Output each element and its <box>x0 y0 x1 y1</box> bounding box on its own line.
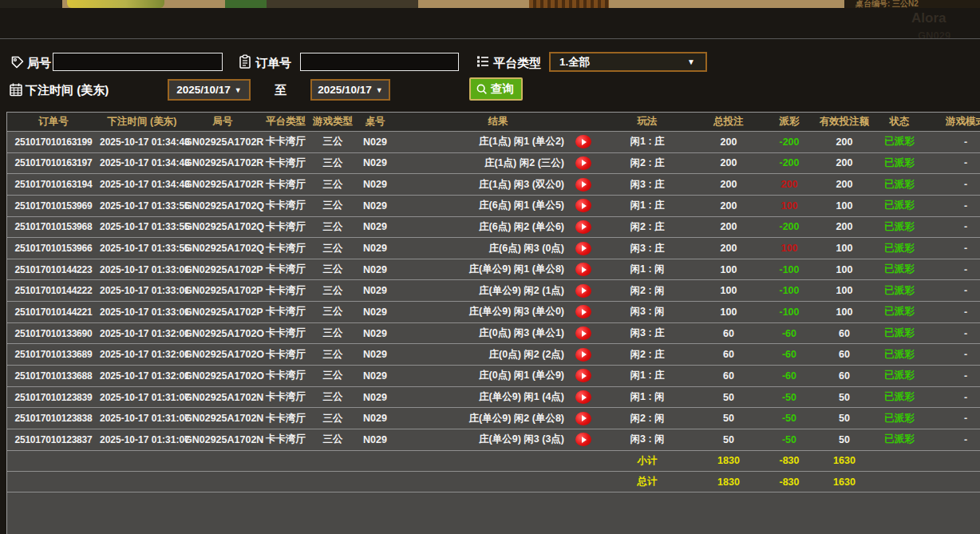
play-replay-button[interactable] <box>575 284 591 298</box>
cell-payout: -60 <box>764 370 815 382</box>
platform-type-select[interactable]: 1.全部 ▼ <box>549 52 707 72</box>
total-bet: 1830 <box>694 477 764 488</box>
date-to-picker[interactable]: 2025/10/17 ▼ <box>310 79 390 101</box>
column-header-platform: 平台类型 <box>261 115 310 129</box>
table-header-row: 订单号 下注时间 (美东) 局号 平台类型 游戏类型 桌号 结果 玩法 总投注 … <box>7 113 980 131</box>
play-replay-button[interactable] <box>575 135 591 148</box>
date-from-picker[interactable]: 2025/10/17 ▼ <box>168 79 251 101</box>
column-header-total-bet: 总投注 <box>694 115 764 129</box>
cell-round-id: GN02925A1702P <box>184 307 261 318</box>
play-replay-button[interactable] <box>575 263 591 276</box>
result-text: 庄(0点) 闲1 (单公9) <box>479 369 564 382</box>
play-replay-button[interactable] <box>575 178 591 192</box>
platform-type-value: 1.全部 <box>551 55 687 69</box>
cell-payout: -50 <box>764 392 815 403</box>
cell-playtype: 闲1 : 闲 <box>601 390 694 404</box>
cell-round-id: GN02925A1702Q <box>184 243 261 254</box>
play-icon <box>582 437 587 443</box>
subtotal-payout: -830 <box>764 455 815 466</box>
cell-round-id: GN02925A1702P <box>184 285 261 296</box>
search-button[interactable]: 查询 <box>469 77 523 101</box>
cell-game-mode: - <box>925 157 980 168</box>
table-row: 251017010153966 2025-10-17 01:33:55 GN02… <box>7 237 980 259</box>
cell-bet-time: 2025-10-17 01:33:01 <box>100 285 184 296</box>
cell-order-id: 251017010153969 <box>7 200 100 212</box>
column-header-table: 桌号 <box>355 115 395 129</box>
cell-order-id: 251017010133688 <box>7 370 100 382</box>
play-replay-button[interactable] <box>575 326 591 340</box>
cell-order-id: 251017010153968 <box>7 221 100 232</box>
cell-result: 庄(单公9) 闲3 (3点) <box>395 433 601 446</box>
play-replay-button[interactable] <box>575 199 591 212</box>
play-replay-button[interactable] <box>575 156 591 170</box>
subtotal-row: 小计 1830 -830 1630 <box>7 450 980 472</box>
cell-playtype: 闲1 : 庄 <box>601 199 694 212</box>
play-replay-button[interactable] <box>575 369 591 382</box>
cell-round-id: GN02925A1702R <box>184 179 261 190</box>
order-number-input[interactable] <box>300 53 459 71</box>
play-icon <box>582 223 587 230</box>
cell-result: 庄(6点) 闲1 (单公5) <box>395 199 601 212</box>
cell-valid-bet: 200 <box>815 157 874 168</box>
cell-total-bet: 60 <box>694 370 764 382</box>
play-replay-button[interactable] <box>575 390 591 404</box>
cell-game-type: 三公 <box>310 369 355 382</box>
cell-result: 庄(单公9) 闲3 (单公0) <box>395 305 601 318</box>
cell-status: 已派彩 <box>874 326 925 340</box>
cell-bet-time: 2025-10-17 01:33:55 <box>100 243 184 254</box>
cell-result: 庄(6点) 闲3 (0点) <box>395 242 601 255</box>
cell-payout: -50 <box>764 413 815 424</box>
cell-bet-time: 2025-10-17 01:32:01 <box>100 328 184 339</box>
cell-platform: 卡卡湾厅 <box>261 390 310 404</box>
cell-game-mode: - <box>925 200 980 212</box>
cell-round-id: GN02925A1702Q <box>184 200 261 212</box>
cell-result: 庄(单公9) 闲2 (单公8) <box>395 412 601 425</box>
total-row: 总计 1830 -830 1630 <box>7 471 980 492</box>
cell-status: 已派彩 <box>874 433 925 446</box>
cell-bet-time: 2025-10-17 01:32:01 <box>100 349 184 360</box>
cell-bet-time: 2025-10-17 01:33:55 <box>100 221 184 232</box>
round-number-input[interactable] <box>53 53 223 71</box>
table-row: 251017010133690 2025-10-17 01:32:01 GN02… <box>7 322 980 344</box>
cell-bet-time: 2025-10-17 01:31:07 <box>100 413 184 424</box>
result-text: 庄(1点) 闲3 (双公0) <box>479 178 564 192</box>
cell-status: 已派彩 <box>874 305 925 318</box>
cell-result: 庄(1点) 闲2 (三公) <box>395 156 601 170</box>
cell-total-bet: 100 <box>694 264 764 275</box>
cell-status: 已派彩 <box>874 156 925 170</box>
cell-status: 已派彩 <box>874 242 925 255</box>
cell-status: 已派彩 <box>874 263 925 276</box>
cell-total-bet: 50 <box>694 413 764 424</box>
cell-game-mode: - <box>925 328 980 339</box>
result-text: 庄(单公9) 闲3 (3点) <box>479 433 564 446</box>
cell-total-bet: 200 <box>694 157 764 168</box>
cell-valid-bet: 60 <box>815 328 874 339</box>
column-header-result: 结果 <box>395 115 601 129</box>
cell-valid-bet: 100 <box>815 200 874 212</box>
cell-table-number: N029 <box>355 328 395 339</box>
cell-total-bet: 200 <box>694 243 764 254</box>
date-from-value: 2025/10/17 <box>176 84 231 96</box>
calendar-icon <box>8 81 24 97</box>
play-icon <box>582 245 587 251</box>
play-replay-button[interactable] <box>575 305 591 318</box>
date-to-value: 2025/10/17 <box>318 84 372 96</box>
cell-result: 庄(0点) 闲2 (2点) <box>395 348 601 362</box>
play-icon <box>582 330 587 337</box>
play-replay-button[interactable] <box>575 348 591 362</box>
cell-valid-bet: 50 <box>815 434 874 445</box>
play-replay-button[interactable] <box>575 242 591 255</box>
cell-result: 庄(6点) 闲2 (单公6) <box>395 220 601 234</box>
search-button-label: 查询 <box>491 81 514 97</box>
bet-history-table: 订单号 下注时间 (美东) 局号 平台类型 游戏类型 桌号 结果 玩法 总投注 … <box>6 112 980 534</box>
cell-playtype: 闲3 : 庄 <box>601 242 694 255</box>
total-payout: -830 <box>764 477 815 488</box>
cell-valid-bet: 100 <box>815 285 874 296</box>
search-icon <box>476 83 488 96</box>
cell-platform: 卡卡湾厅 <box>261 178 310 192</box>
play-replay-button[interactable] <box>575 433 591 446</box>
play-replay-button[interactable] <box>575 220 591 234</box>
cell-round-id: GN02925A1702P <box>184 264 261 275</box>
play-replay-button[interactable] <box>575 412 591 425</box>
column-header-game-mode: 游戏模式 <box>925 115 980 129</box>
